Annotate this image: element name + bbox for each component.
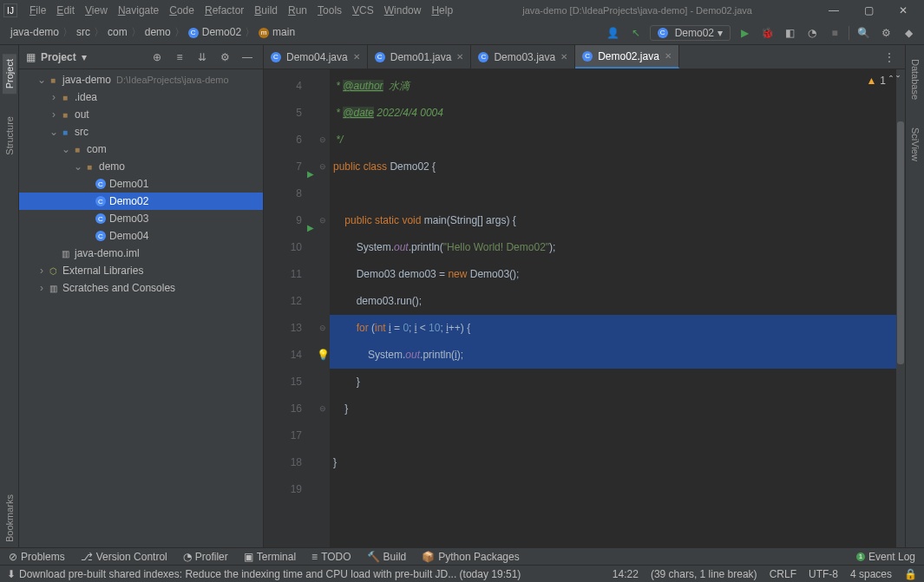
tree-row[interactable]: ⌄■com [19,141,263,158]
debug-button[interactable]: 🐞 [758,24,776,42]
menu-code[interactable]: Code [164,3,200,18]
tool-window-version-control[interactable]: ⎇Version Control [81,551,167,563]
code-editor[interactable]: 4567▶89▶10111213141516171819 ⊖⊖⊖⊖⊖ * @au… [264,69,905,547]
scrollbar-thumb[interactable] [897,121,904,364]
status-eol[interactable]: CRLF [770,568,796,580]
lock-icon[interactable]: 🔒 [904,568,917,580]
gutter-run-icon[interactable]: ▶ [307,160,314,187]
tool-window-terminal[interactable]: ▣Terminal [244,551,296,563]
stop-button[interactable]: ■ [826,24,843,42]
chevron-down-icon[interactable]: ˇ [896,75,900,87]
breadcrumb[interactable]: com [104,24,131,40]
ide-features-icon[interactable]: ◆ [900,24,917,42]
project-tool-tab[interactable]: Project [3,54,16,94]
chevron-down-icon[interactable]: ▾ [82,51,87,63]
tree-row[interactable]: CDemo02 [19,193,263,210]
select-opened-icon[interactable]: ⊕ [148,49,166,66]
menu-build[interactable]: Build [249,3,283,18]
tree-row[interactable]: CDemo04 [19,227,263,245]
close-tab-icon[interactable]: ✕ [665,51,672,61]
project-tree[interactable]: ⌄■java-demoD:\IdeaProjects\java-demo›■.i… [19,69,263,547]
tool-label: TODO [321,551,351,563]
event-log-button[interactable]: 1 Event Log [856,551,915,563]
gutter-run-icon[interactable]: ▶ [307,214,314,241]
tool-window-python-packages[interactable]: 📦Python Packages [422,551,519,563]
menu-navigate[interactable]: Navigate [113,3,164,18]
close-button[interactable]: ✕ [886,0,921,21]
panel-settings-icon[interactable]: ⚙ [216,49,233,66]
settings-button[interactable]: ⚙ [877,24,895,42]
structure-tool-tab[interactable]: Structure [3,111,16,160]
coverage-button[interactable]: ◧ [781,24,798,42]
database-tool-tab[interactable]: Database [908,54,922,105]
project-panel-icon: ▦ [26,51,36,63]
run-config-selector[interactable]: C Demo02 ▾ [650,25,731,41]
expand-all-icon[interactable]: ≡ [171,49,188,66]
editor-tab[interactable]: CDemo02.java✕ [575,45,679,69]
tool-window-problems[interactable]: ⊘Problems [9,551,65,563]
menu-file[interactable]: File [24,3,51,18]
menu-help[interactable]: Help [426,3,458,18]
project-panel: ▦ Project ▾ ⊕ ≡ ⇊ ⚙ — ⌄■java-demoD:\Idea… [19,45,264,547]
tab-label: Demo02.java [598,50,659,62]
intention-bulb-icon[interactable]: 💡 [317,342,329,354]
menu-edit[interactable]: Edit [51,3,80,18]
editor-scrollbar[interactable] [896,69,905,547]
inspection-widget[interactable]: ▲ 1 ˆ ˇ [866,75,900,87]
menu-run[interactable]: Run [283,3,312,18]
tool-icon: ≡ [311,551,318,563]
menu-window[interactable]: Window [379,3,427,18]
close-tab-icon[interactable]: ✕ [456,52,463,62]
status-time: 14:22 [613,568,639,580]
left-tool-strip: Project Structure Bookmarks [0,45,19,547]
breadcrumb[interactable]: java-demo [7,24,62,40]
breadcrumb[interactable]: mmain [255,24,298,40]
tool-window-todo[interactable]: ≡TODO [311,551,351,563]
tree-row[interactable]: ⌄■src [19,123,263,141]
bookmarks-tool-tab[interactable]: Bookmarks [3,489,16,547]
editor-tab[interactable]: CDemo01.java✕ [368,45,472,69]
maximize-button[interactable]: ▢ [851,0,886,21]
run-button[interactable]: ▶ [736,24,753,42]
class-icon: C [582,51,593,62]
tree-row[interactable]: ›■.idea [19,88,263,106]
breadcrumb[interactable]: CDemo02 [185,24,245,40]
editor-tab[interactable]: CDemo03.java✕ [471,45,575,69]
status-encoding[interactable]: UTF-8 [809,568,838,580]
status-indent[interactable]: 4 spaces [850,568,892,580]
profiler-button[interactable]: ◔ [803,24,821,42]
tree-row[interactable]: ▥java-demo.iml [19,245,263,262]
breadcrumb[interactable]: src [73,24,94,40]
menu-refactor[interactable]: Refactor [200,3,249,18]
class-icon: C [478,52,488,62]
close-tab-icon[interactable]: ✕ [353,52,360,62]
tree-row[interactable]: ›■out [19,106,263,123]
menu-tools[interactable]: Tools [312,3,347,18]
close-tab-icon[interactable]: ✕ [560,52,567,62]
tree-row[interactable]: CDemo03 [19,210,263,227]
search-button[interactable]: 🔍 [855,24,872,42]
sciview-tool-tab[interactable]: SciView [908,122,922,167]
chevron-up-icon[interactable]: ˆ [889,75,893,87]
tree-row[interactable]: ⌄■demo [19,158,263,175]
editor-tab[interactable]: CDemo04.java✕ [264,45,368,69]
minimize-button[interactable]: — [816,0,851,21]
tool-window-profiler[interactable]: ◔Profiler [183,551,228,563]
tree-row[interactable]: CDemo01 [19,175,263,193]
tree-row[interactable]: ›⬡External Libraries [19,262,263,279]
menu-vcs[interactable]: VCS [347,3,379,18]
collapse-all-icon[interactable]: ⇊ [193,49,211,66]
class-icon: C [658,28,668,38]
hide-panel-icon[interactable]: — [239,49,256,66]
tree-row[interactable]: ›▥Scratches and Consoles [19,279,263,297]
breadcrumb[interactable]: demo [141,24,174,40]
tabs-menu-icon[interactable]: ⋮ [881,49,898,66]
status-selection[interactable]: (39 chars, 1 line break) [651,568,757,580]
status-message[interactable]: ⬇ Download pre-built shared indexes: Red… [7,568,521,580]
tree-row[interactable]: ⌄■java-demoD:\IdeaProjects\java-demo [19,71,263,88]
menu-view[interactable]: View [80,3,113,18]
add-user-icon[interactable]: 👤 [605,24,622,42]
editor-tabs: CDemo04.java✕CDemo01.java✕CDemo03.java✕C… [264,45,905,69]
tool-window-build[interactable]: 🔨Build [367,551,407,563]
back-arrow-icon[interactable]: ↖ [627,24,645,42]
